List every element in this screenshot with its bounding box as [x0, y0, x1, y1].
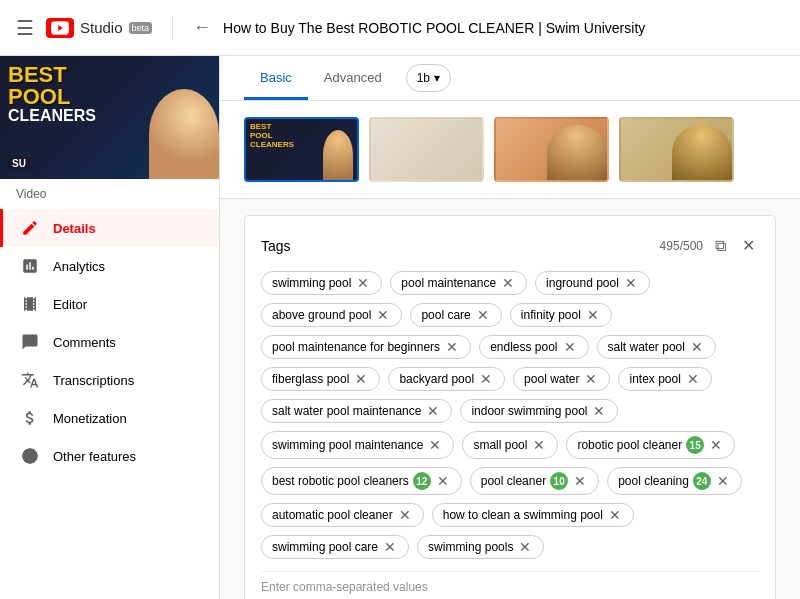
- logo-area: Studiobeta: [46, 18, 152, 38]
- tag-item: indoor swimming pool✕: [460, 399, 618, 423]
- tag-item: salt water pool✕: [597, 335, 716, 359]
- tag-text: inground pool: [546, 276, 619, 290]
- content-area: Basic Advanced 1b ▾ BESTPOOLCLEANERS: [220, 56, 800, 599]
- tag-badge: 10: [550, 472, 568, 490]
- tab-advanced[interactable]: Advanced: [308, 56, 398, 100]
- tag-text: how to clean a swimming pool: [443, 508, 603, 522]
- thumbnail-1[interactable]: BESTPOOLCLEANERS: [244, 117, 359, 182]
- details-icon: [19, 219, 41, 237]
- copy-tags-button[interactable]: ⧉: [711, 233, 730, 259]
- thumbnail-4[interactable]: [619, 117, 734, 182]
- tag-item: swimming pool✕: [261, 271, 382, 295]
- thumbnail-cleaners: CLEANERS: [8, 108, 96, 124]
- sidebar-item-transcriptions[interactable]: Transcriptions: [0, 361, 219, 399]
- tags-label: Tags: [261, 238, 291, 254]
- tags-count: 495/500: [660, 239, 703, 253]
- sidebar-item-editor[interactable]: Editor: [0, 285, 219, 323]
- tag-item: swimming pool maintenance✕: [261, 431, 454, 459]
- tag-item: pool cleaner10✕: [470, 467, 599, 495]
- sidebar-thumbnail: BEST POOL CLEANERS SU 7:45: [0, 56, 219, 179]
- tag-remove-button[interactable]: ✕: [475, 308, 491, 322]
- tags-actions: 495/500 ⧉ ✕: [660, 232, 759, 259]
- tag-item: pool care✕: [410, 303, 501, 327]
- tag-text: salt water pool maintenance: [272, 404, 421, 418]
- tag-item: robotic pool cleaner15✕: [566, 431, 735, 459]
- tag-remove-button[interactable]: ✕: [355, 276, 371, 290]
- video-label: Video: [0, 179, 219, 209]
- tag-remove-button[interactable]: ✕: [585, 308, 601, 322]
- thumbnail-su: SU: [8, 156, 30, 171]
- monetization-icon: [19, 409, 41, 427]
- tag-item: swimming pools✕: [417, 535, 544, 559]
- analytics-label: Analytics: [53, 259, 105, 274]
- tag-remove-button[interactable]: ✕: [531, 438, 547, 452]
- tag-text: pool maintenance: [401, 276, 496, 290]
- tag-remove-button[interactable]: ✕: [500, 276, 516, 290]
- visibility-label: 1b: [417, 71, 430, 85]
- analytics-icon: [19, 257, 41, 275]
- thumbnail-best: BEST: [8, 64, 96, 86]
- tag-item: pool maintenance✕: [390, 271, 527, 295]
- menu-icon[interactable]: ☰: [16, 16, 34, 40]
- tags-container: swimming pool✕pool maintenance✕inground …: [261, 271, 759, 559]
- tag-remove-button[interactable]: ✕: [444, 340, 460, 354]
- thumbnail-3[interactable]: [494, 117, 609, 182]
- tag-text: intex pool: [629, 372, 680, 386]
- sidebar-item-monetization[interactable]: Monetization: [0, 399, 219, 437]
- tag-item: backyard pool✕: [388, 367, 505, 391]
- other-label: Other features: [53, 449, 136, 464]
- visibility-selector[interactable]: 1b ▾: [406, 64, 451, 92]
- youtube-logo: [46, 18, 74, 38]
- tag-item: intex pool✕: [618, 367, 711, 391]
- tag-text: automatic pool cleaner: [272, 508, 393, 522]
- tag-item: pool water✕: [513, 367, 610, 391]
- tag-remove-button[interactable]: ✕: [478, 372, 494, 386]
- tag-remove-button[interactable]: ✕: [425, 404, 441, 418]
- tag-remove-button[interactable]: ✕: [427, 438, 443, 452]
- tag-remove-button[interactable]: ✕: [607, 508, 623, 522]
- tag-text: pool cleaner: [481, 474, 546, 488]
- tag-badge: 24: [693, 472, 711, 490]
- tag-remove-button[interactable]: ✕: [382, 540, 398, 554]
- tag-item: pool maintenance for beginners✕: [261, 335, 471, 359]
- tag-remove-button[interactable]: ✕: [583, 372, 599, 386]
- sidebar-item-other[interactable]: Other features: [0, 437, 219, 475]
- transcriptions-icon: [19, 371, 41, 389]
- tag-text: swimming pool maintenance: [272, 438, 423, 452]
- clear-tags-button[interactable]: ✕: [738, 232, 759, 259]
- sidebar-item-comments[interactable]: Comments: [0, 323, 219, 361]
- tag-item: swimming pool care✕: [261, 535, 409, 559]
- tag-text: pool care: [421, 308, 470, 322]
- tag-item: infinity pool✕: [510, 303, 612, 327]
- sidebar-item-details[interactable]: Details: [0, 209, 219, 247]
- back-button[interactable]: ←: [193, 17, 211, 38]
- sidebar-item-analytics[interactable]: Analytics: [0, 247, 219, 285]
- tab-basic[interactable]: Basic: [244, 56, 308, 100]
- tags-input-hint: Enter comma-separated values: [261, 571, 759, 594]
- tag-text: above ground pool: [272, 308, 371, 322]
- tag-remove-button[interactable]: ✕: [562, 340, 578, 354]
- tags-section: Tags 495/500 ⧉ ✕ swimming pool✕pool main…: [244, 215, 776, 599]
- tag-remove-button[interactable]: ✕: [689, 340, 705, 354]
- tag-remove-button[interactable]: ✕: [685, 372, 701, 386]
- tag-item: best robotic pool cleaners12✕: [261, 467, 462, 495]
- tabs-bar: Basic Advanced 1b ▾: [220, 56, 800, 101]
- thumbnail-text: BEST POOL CLEANERS: [8, 64, 96, 124]
- thumbnail-2[interactable]: [369, 117, 484, 182]
- beta-badge: beta: [129, 22, 153, 34]
- other-icon: [19, 447, 41, 465]
- tag-remove-button[interactable]: ✕: [591, 404, 607, 418]
- tag-text: pool cleaning: [618, 474, 689, 488]
- tag-remove-button[interactable]: ✕: [623, 276, 639, 290]
- thumb-1-person: [323, 130, 353, 180]
- tag-text: pool maintenance for beginners: [272, 340, 440, 354]
- tag-remove-button[interactable]: ✕: [375, 308, 391, 322]
- tags-header: Tags 495/500 ⧉ ✕: [261, 232, 759, 259]
- tag-remove-button[interactable]: ✕: [435, 474, 451, 488]
- tag-remove-button[interactable]: ✕: [708, 438, 724, 452]
- tag-remove-button[interactable]: ✕: [715, 474, 731, 488]
- tag-remove-button[interactable]: ✕: [397, 508, 413, 522]
- tag-remove-button[interactable]: ✕: [517, 540, 533, 554]
- tag-remove-button[interactable]: ✕: [353, 372, 369, 386]
- tag-remove-button[interactable]: ✕: [572, 474, 588, 488]
